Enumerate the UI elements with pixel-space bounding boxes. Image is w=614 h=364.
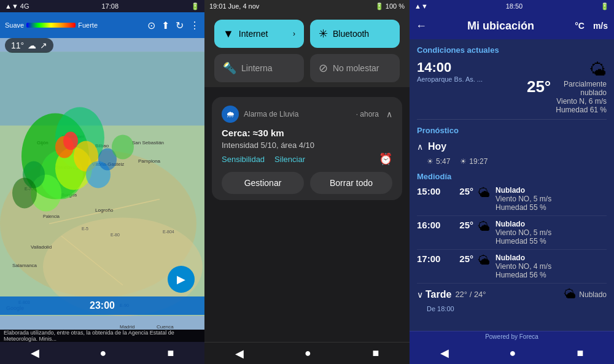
- today-chevron: ∧: [417, 142, 423, 152]
- notification-panel: 19:01 Jue, 4 nov 🔋 100 % ▼ Internet › ✳ …: [204, 0, 410, 364]
- svg-text:Valladolid: Valladolid: [31, 244, 52, 250]
- sensitivity-link[interactable]: Sensibilidad: [222, 155, 265, 164]
- today-header[interactable]: ∧ Hoy: [417, 137, 607, 156]
- forecast-header: Pronóstico: [417, 120, 607, 137]
- bluetooth-icon: ✳: [319, 27, 328, 41]
- temp-1700: 25°: [446, 254, 473, 264]
- mediodia-header: Mediodía: [417, 169, 607, 182]
- clear-button[interactable]: Borrar todo: [310, 172, 392, 194]
- svg-text:Cuenca: Cuenca: [157, 324, 174, 330]
- internet-chevron[interactable]: ›: [293, 29, 295, 38]
- manage-button[interactable]: Gestionar: [222, 172, 304, 194]
- no-molestar-tile[interactable]: ⊘ No molestar: [310, 54, 400, 82]
- time-display: 23:00: [0, 296, 204, 315]
- refresh-icon[interactable]: ↻: [176, 20, 184, 31]
- notification-actions-row: Sensibilidad Silenciar ⏰: [222, 152, 392, 166]
- bluetooth-tile[interactable]: ✳ Bluetooth: [310, 20, 400, 48]
- alarm-icon[interactable]: ⏰: [379, 152, 392, 166]
- qs-home-button[interactable]: ●: [305, 347, 311, 360]
- weather-title: Mi ubicación: [432, 20, 570, 33]
- current-right: 25° 🌤 Parcialmentenublado Viento N, 6 m/…: [527, 60, 607, 114]
- sun-row: ☀ 5:47 ☀ 19:27: [417, 156, 607, 169]
- notification-title: Cerca: ≈30 km: [222, 128, 392, 138]
- weather-row-1500: 15:00 25° 🌥 Nublado Viento NO, 5 m/s Hum…: [417, 182, 607, 216]
- weather-back-nav[interactable]: ◀: [440, 346, 449, 360]
- weather-signal: ▲▼: [414, 2, 428, 10]
- internet-tile[interactable]: ▼ Internet ›: [214, 20, 304, 48]
- location-icon[interactable]: ⊙: [147, 20, 155, 31]
- intensity-scale: Suave Fuerte: [5, 21, 144, 29]
- home-button[interactable]: ●: [100, 347, 107, 360]
- cloud-icon: ☁: [28, 41, 36, 50]
- radar-nav-bar: ◀ ● ■: [0, 342, 204, 364]
- notification-body: Intensidad 5/10, área 4/10: [222, 141, 392, 150]
- scale-label-soft: Suave: [5, 21, 24, 29]
- qs-back-button[interactable]: ◀: [235, 347, 244, 360]
- radar-toolbar-icons: ⊙ ⬆ ↻ ⋮: [147, 20, 200, 31]
- powered-bar: Powered by Foreca: [410, 331, 614, 342]
- radar-signal: ▲▼ 4G: [5, 2, 29, 10]
- weather-toolbar: ← Mi ubicación °C m/s: [410, 12, 614, 39]
- expand-icon[interactable]: ∧: [386, 109, 392, 119]
- mute-link[interactable]: Silenciar: [274, 155, 305, 164]
- tarde-row[interactable]: ∨ Tarde 22° / 24° 🌥 Nublado: [417, 284, 607, 305]
- qs-recents-button[interactable]: ■: [372, 347, 379, 360]
- temp-1500: 25°: [446, 186, 473, 196]
- svg-text:Logroño: Logroño: [95, 207, 114, 213]
- sunrise-time: 5:47: [436, 157, 450, 166]
- sunset-item: ☀ 19:27: [460, 157, 488, 166]
- current-weather-icon: 🌤: [589, 60, 607, 80]
- radar-map[interactable]: Gijón Santander Bilbao San Sebastián Tor…: [0, 38, 204, 330]
- arrow-icon: ↗: [40, 41, 47, 50]
- svg-rect-1: [0, 52, 204, 126]
- notification-buttons: Gestionar Borrar todo: [222, 172, 392, 194]
- weather-row-1600: 16:00 25° 🌥 Nublado Viento NO, 5 m/s Hum…: [417, 216, 607, 250]
- svg-text:Palencia: Palencia: [43, 214, 60, 219]
- qs-battery: 🔋 100 %: [375, 2, 405, 10]
- tarde-temp: 22° / 24°: [455, 290, 486, 299]
- radar-toolbar: Suave Fuerte ⊙ ⬆ ↻ ⋮: [0, 12, 204, 38]
- weather-panel: ▲▼ 18:50 🔋 ← Mi ubicación °C m/s Condici…: [410, 0, 614, 364]
- unit-celsius[interactable]: °C: [575, 21, 585, 31]
- current-info: 🌤 Parcialmentenublado Viento N, 6 m/s Hu…: [556, 60, 607, 114]
- weather-recents-nav[interactable]: ■: [577, 347, 584, 360]
- current-time: 14:00: [417, 60, 483, 76]
- current-desc: Parcialmentenublado: [564, 80, 607, 97]
- weather-home-nav[interactable]: ●: [510, 347, 516, 360]
- icon-1600: 🌥: [478, 220, 491, 234]
- app-icon: 🌧: [222, 106, 239, 123]
- more-icon[interactable]: ⋮: [190, 20, 200, 31]
- time-1500: 15:00: [417, 186, 446, 196]
- current-conditions: 14:00 Aeroparque Bs. As. ... 25° 🌤 Parci…: [417, 57, 607, 120]
- tarde-chevron: ∨: [417, 290, 423, 300]
- share-icon[interactable]: ⬆: [161, 20, 169, 31]
- no-bell-icon: ⊘: [319, 61, 328, 75]
- notification-card: 🌧 Alarma de Lluvia · ahora ∧ Cerca: ≈30 …: [212, 97, 402, 200]
- play-button[interactable]: ▶: [168, 266, 195, 293]
- svg-point-39: [112, 135, 134, 160]
- linterna-label: Linterna: [241, 63, 273, 73]
- tarde-sub: De 18:00: [417, 305, 607, 315]
- wifi-icon: ▼: [223, 28, 234, 41]
- desc-1700: Nublado Viento NO, 4 m/s Humedad 56 %: [495, 254, 551, 279]
- unit-ms[interactable]: m/s: [593, 21, 608, 31]
- qs-time: 19:01 Jue, 4 nov: [209, 2, 259, 10]
- current-left: 14:00 Aeroparque Bs. As. ...: [417, 60, 483, 83]
- current-humidity: Humedad 61 %: [556, 106, 607, 114]
- qs-row-1: ▼ Internet › ✳ Bluetooth: [214, 20, 400, 48]
- weather-battery: 🔋: [600, 2, 609, 10]
- radar-time: 17:08: [101, 2, 119, 10]
- today-label: Hoy: [428, 141, 446, 152]
- time-1700: 17:00: [417, 254, 446, 264]
- weather-back-button[interactable]: ←: [416, 20, 427, 33]
- recents-button[interactable]: ■: [168, 347, 174, 360]
- back-button[interactable]: ◀: [31, 346, 39, 360]
- svg-text:Salamanca: Salamanca: [12, 263, 37, 268]
- linterna-tile[interactable]: 🔦 Linterna: [214, 54, 304, 82]
- internet-label: Internet: [239, 29, 268, 39]
- temperature-badge: 11° ☁ ↗: [5, 38, 53, 53]
- tarde-icon: 🌥: [564, 287, 577, 301]
- weather-content[interactable]: Condiciones actuales 14:00 Aeroparque Bs…: [410, 39, 614, 331]
- bluetooth-label: Bluetooth: [333, 29, 369, 39]
- svg-text:Madrid: Madrid: [120, 324, 134, 330]
